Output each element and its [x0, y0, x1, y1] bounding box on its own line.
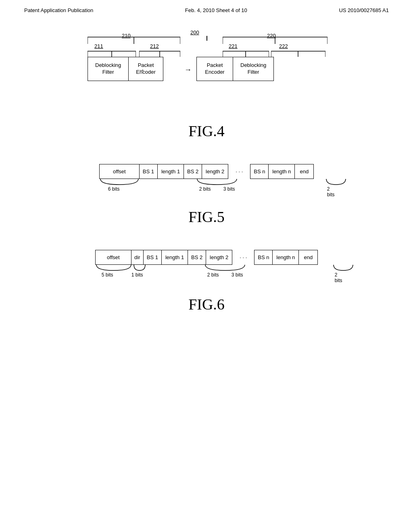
- box-deblocking-filter-1: Deblocking Filter: [88, 57, 129, 81]
- header-right: US 2010/0027685 A1: [339, 7, 389, 13]
- cell-length1-6: length 1: [162, 250, 188, 265]
- tick-200: [206, 36, 207, 41]
- bracket-211-svg: [88, 50, 136, 57]
- fig5-diagram: offset BS 1 length 1 BS 2 length 2 · · ·…: [99, 164, 314, 196]
- arrow-inside-210: →: [138, 66, 145, 74]
- cell-end-5: end: [295, 164, 314, 179]
- fig6-diagram: offset dir BS 1 length 1 BS 2 length 2 ·…: [95, 250, 318, 283]
- header-left: Patent Application Publication: [24, 7, 93, 13]
- header-center: Feb. 4, 2010 Sheet 4 of 10: [185, 7, 247, 13]
- label-3bits-6: 3 bits: [232, 272, 243, 278]
- cell-length2-5: length 2: [202, 164, 228, 179]
- fig5-label: FIG.5: [188, 208, 225, 226]
- group-220-box: Packet Encoder Deblocking Filter: [196, 57, 274, 81]
- fig6-packet-row: offset dir BS 1 length 1 BS 2 length 2 ·…: [95, 250, 318, 265]
- fig6-braces: 5 bits 1 bits 2 bits 3 bits 2 bits: [95, 265, 318, 283]
- cell-length1-5: length 1: [158, 164, 184, 179]
- fig5-braces: 6 bits 2 bits 3 bits 2 bits: [99, 179, 314, 196]
- cell-dots-5: · · ·: [228, 164, 250, 179]
- cell-lengthn-6: length n: [273, 250, 299, 265]
- cell-offset-5: offset: [99, 164, 140, 179]
- label-2bits-5: 2 bits: [199, 186, 211, 192]
- cell-offset-6: offset: [95, 250, 131, 265]
- label-210: 210: [122, 33, 131, 39]
- fig4-label: FIG.4: [188, 122, 225, 140]
- fig5-packet-row: offset BS 1 length 1 BS 2 length 2 · · ·…: [99, 164, 314, 179]
- cell-bsn-5: BS n: [250, 164, 269, 179]
- brace-offset-6: [95, 265, 133, 272]
- cell-dir-6: dir: [131, 250, 144, 265]
- fig4-diagram: 200 210 220 211 212 221: [65, 29, 348, 110]
- fig6-label: FIG.6: [188, 295, 225, 313]
- label-211: 211: [94, 43, 103, 49]
- cell-bsn-6: BS n: [254, 250, 273, 265]
- group-210-box: Deblocking Filter Packet Encoder: [88, 57, 163, 81]
- bracket-222-svg: [271, 50, 325, 57]
- brace-end-5: [325, 179, 347, 186]
- box-deblocking-filter-2: Deblocking Filter: [233, 57, 273, 81]
- label-2bits-end-5: 2 bits: [327, 186, 335, 197]
- fig5-section: offset BS 1 length 1 BS 2 length 2 · · ·…: [0, 164, 413, 226]
- cell-dots-6: · · ·: [232, 250, 254, 265]
- label-2bits-6: 2 bits: [207, 272, 219, 278]
- label-3bits-5: 3 bits: [223, 186, 235, 192]
- label-2bits-end-6: 2 bits: [335, 272, 342, 283]
- label-5bits: 5 bits: [102, 272, 113, 278]
- box-packet-encoder-1: Packet Encoder: [129, 57, 163, 81]
- brace-end-6: [332, 265, 355, 272]
- brace-dir-6: [133, 265, 147, 272]
- box-packet-encoder-2: Packet Encoder: [197, 57, 233, 81]
- label-200: 200: [190, 29, 199, 35]
- cell-bs1-6: BS 1: [144, 250, 162, 265]
- page-header: Patent Application Publication Feb. 4, 2…: [0, 0, 413, 13]
- brace-offset-5: [99, 179, 141, 186]
- arrow-between-groups: →: [184, 66, 192, 74]
- fig4-section: 200 210 220 211 212 221: [0, 29, 413, 140]
- bracket-221-svg: [223, 50, 269, 57]
- label-6bits: 6 bits: [108, 186, 120, 192]
- cell-bs2-5: BS 2: [184, 164, 202, 179]
- brace-bs2len2-6: [204, 265, 246, 272]
- cell-end-6: end: [299, 250, 318, 265]
- label-212: 212: [150, 43, 159, 49]
- bracket-210-svg: [88, 35, 180, 44]
- bracket-212-svg: [139, 50, 180, 57]
- brace-bs2len2-5: [196, 179, 238, 186]
- fig6-section: offset dir BS 1 length 1 BS 2 length 2 ·…: [0, 250, 413, 313]
- label-221: 221: [229, 43, 238, 49]
- cell-length2-6: length 2: [206, 250, 232, 265]
- label-1bits: 1 bits: [131, 272, 143, 278]
- cell-bs2-6: BS 2: [188, 250, 206, 265]
- cell-lengthn-5: length n: [269, 164, 295, 179]
- label-220: 220: [267, 33, 276, 39]
- cell-bs1-5: BS 1: [140, 164, 158, 179]
- label-222: 222: [279, 43, 288, 49]
